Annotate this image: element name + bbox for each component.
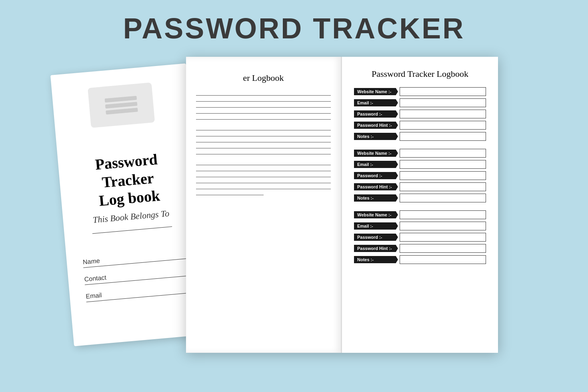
notes-input-2[interactable] <box>400 194 486 202</box>
password-input-3[interactable] <box>400 233 486 242</box>
password-label-3: Password :- <box>354 234 398 241</box>
left-page-lines <box>196 95 331 201</box>
notes-input-1[interactable] <box>400 132 486 141</box>
right-page: Password Tracker Logbook Website Name :-… <box>342 57 498 353</box>
email-input-1[interactable] <box>400 98 486 107</box>
cover-fields: Name Contact Email <box>78 241 194 302</box>
svg-rect-1 <box>105 102 138 108</box>
field-row-hint-3: Password Hint :- <box>354 244 486 253</box>
field-row-email-3: Email :- <box>354 222 486 230</box>
right-page-title: Password Tracker Logbook <box>354 69 486 79</box>
email-input-2[interactable] <box>400 160 486 169</box>
password-input-1[interactable] <box>400 110 486 118</box>
field-row-notes-3: Notes :- <box>354 255 486 264</box>
website-name-label-3: Website Name :- <box>354 211 398 218</box>
field-row-notes-2: Notes :- <box>354 194 486 202</box>
field-row-website-1: Website Name :- <box>354 87 486 96</box>
password-hint-input-2[interactable] <box>400 182 486 191</box>
open-book: er Logbook <box>186 57 498 353</box>
field-row-password-1: Password :- <box>354 110 486 118</box>
entry-block-1: Website Name :- Email :- Password :- Pas… <box>354 87 486 141</box>
page-title: PASSWORD TRACKER <box>123 12 465 45</box>
left-page: er Logbook <box>186 57 342 353</box>
email-label-1: Email :- <box>354 99 398 106</box>
field-row-password-3: Password :- <box>354 233 486 242</box>
website-name-label-1: Website Name :- <box>354 88 398 95</box>
svg-rect-0 <box>105 96 137 103</box>
cover-belongs-to: This Book Belongs To <box>92 208 170 225</box>
cover-logo <box>88 82 155 128</box>
field-row-email-1: Email :- <box>354 98 486 107</box>
password-label-1: Password :- <box>354 110 398 118</box>
field-row-notes-1: Notes :- <box>354 132 486 141</box>
website-name-label-2: Website Name :- <box>354 150 398 157</box>
email-label-3: Email :- <box>354 222 398 230</box>
field-row-website-2: Website Name :- <box>354 149 486 158</box>
password-hint-label-2: Password Hint :- <box>354 183 398 190</box>
entry-block-2: Website Name :- Email :- Password :- Pas… <box>354 149 486 202</box>
cover-contact-label: Contact <box>84 267 188 283</box>
email-label-2: Email :- <box>354 161 398 168</box>
cover-email-label: Email <box>86 284 190 300</box>
website-name-input-2[interactable] <box>400 149 486 158</box>
website-name-input-1[interactable] <box>400 87 486 96</box>
password-hint-input-1[interactable] <box>400 121 486 130</box>
books-container: Password Tracker Log book This Book Belo… <box>74 57 514 353</box>
email-input-3[interactable] <box>400 222 486 230</box>
field-row-website-3: Website Name :- <box>354 210 486 219</box>
cover-belongs-line <box>92 226 172 234</box>
cover-name-label: Name <box>82 250 187 266</box>
password-input-2[interactable] <box>400 171 486 180</box>
field-row-hint-2: Password Hint :- <box>354 182 486 191</box>
notes-label-2: Notes :- <box>354 194 398 202</box>
notes-label-1: Notes :- <box>354 133 398 140</box>
website-name-input-3[interactable] <box>400 210 486 219</box>
svg-rect-2 <box>106 108 138 114</box>
password-hint-label-1: Password Hint :- <box>354 122 398 129</box>
field-row-hint-1: Password Hint :- <box>354 121 486 130</box>
field-row-password-2: Password :- <box>354 171 486 180</box>
password-hint-input-3[interactable] <box>400 244 486 253</box>
left-page-title: er Logbook <box>243 73 284 83</box>
field-row-email-2: Email :- <box>354 160 486 169</box>
cover-title: Password Tracker Log book <box>70 148 186 212</box>
password-hint-label-3: Password Hint :- <box>354 245 398 252</box>
entry-block-3: Website Name :- Email :- Password :- Pas… <box>354 210 486 264</box>
notes-input-3[interactable] <box>400 255 486 264</box>
notes-label-3: Notes :- <box>354 256 398 263</box>
password-label-2: Password :- <box>354 172 398 179</box>
